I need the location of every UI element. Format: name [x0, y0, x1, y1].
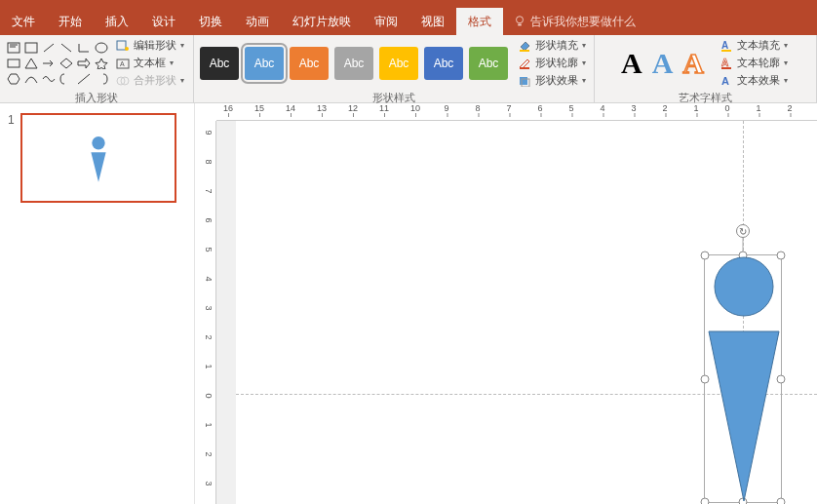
slide-thumbnail-1[interactable]	[20, 113, 176, 203]
shape-arrow-icon[interactable]	[41, 57, 57, 70]
ruler-tick-v: 2	[204, 334, 214, 339]
shape-effects-button[interactable]: 形状效果▾	[516, 72, 588, 89]
wordart-gallery[interactable]: A A A	[621, 47, 704, 80]
shape-textbox-icon[interactable]	[6, 41, 21, 55]
ruler-tick-h: 0	[724, 103, 729, 113]
ruler-tick-h: 1	[693, 103, 698, 113]
shape-triangle	[709, 331, 779, 501]
outline-pen-icon	[518, 58, 531, 69]
tab-view[interactable]: 视图	[409, 8, 456, 35]
shape-fill-button[interactable]: 形状填充▾	[516, 37, 588, 54]
shape-connector-icon[interactable]	[76, 41, 92, 55]
wordart-style-3[interactable]: A	[682, 47, 704, 80]
svg-rect-5	[117, 41, 126, 50]
shape-bracket-icon[interactable]	[58, 72, 74, 86]
shape-rect-icon[interactable]	[6, 57, 21, 70]
shape-gallery[interactable]	[6, 41, 109, 86]
shape-triangle-icon[interactable]	[23, 57, 39, 70]
tab-home[interactable]: 开始	[47, 8, 94, 35]
edit-shape-button[interactable]: 编辑形状▾	[113, 37, 187, 54]
selection-box[interactable]	[704, 254, 782, 503]
svg-point-20	[92, 136, 104, 149]
ruler-tick-h: 5	[568, 103, 573, 113]
text-box-button[interactable]: A文本框▾	[113, 55, 187, 71]
ruler-tick-h: 14	[286, 103, 295, 113]
shape-curve-icon[interactable]	[23, 72, 39, 86]
wordart-style-1[interactable]: A	[621, 47, 642, 80]
shape-line3-icon[interactable]	[76, 72, 92, 86]
shape-freeform-icon[interactable]	[41, 72, 57, 86]
shape-brace-icon[interactable]	[94, 72, 109, 86]
svg-rect-4	[8, 59, 19, 67]
text-outline-label: 文本轮廓	[737, 56, 780, 70]
shape-arrow2-icon[interactable]	[76, 57, 92, 70]
shape-line-icon[interactable]	[41, 41, 57, 55]
rotation-handle[interactable]	[736, 224, 750, 238]
ribbon-tabs: 文件 开始 插入 设计 切换 动画 幻灯片放映 审阅 视图 格式 告诉我你想要做…	[0, 8, 817, 35]
shape-outline-button[interactable]: 形状轮廓▾	[516, 55, 588, 71]
tab-format[interactable]: 格式	[456, 8, 503, 35]
text-fill-icon: A	[720, 40, 733, 52]
slide-thumbnail-pane[interactable]: 1	[0, 103, 195, 504]
ruler-tick-v: 6	[204, 217, 214, 222]
fill-bucket-icon	[518, 40, 531, 52]
wordart-style-2[interactable]: A	[652, 47, 674, 80]
tab-review[interactable]: 审阅	[363, 8, 409, 35]
slide-canvas[interactable]	[236, 121, 817, 504]
chevron-down-icon: ▾	[170, 58, 174, 67]
shape-line2-icon[interactable]	[58, 41, 74, 55]
chevron-down-icon: ▾	[784, 58, 788, 67]
chevron-down-icon: ▾	[180, 76, 184, 85]
text-fill-button[interactable]: A文本填充▾	[718, 37, 790, 54]
shape-circle	[715, 257, 773, 316]
ruler-tick-h: 6	[537, 103, 542, 113]
text-fill-label: 文本填充	[737, 38, 780, 53]
group-wordart-styles: A A A A文本填充▾ A文本轮廓▾ A文本效果▾ 艺术字样式	[595, 35, 817, 102]
text-box-label: 文本框	[134, 56, 166, 70]
shape-style-swatch-4[interactable]: Abc	[379, 47, 418, 80]
shape-style-swatch-5[interactable]: Abc	[424, 47, 463, 80]
canvas-area: 16151413121110987654321012 9876543210123…	[195, 103, 817, 504]
shape-style-swatch-1[interactable]: Abc	[245, 47, 284, 80]
ruler-tick-h: 7	[506, 103, 511, 113]
shape-oval-icon[interactable]	[94, 41, 109, 55]
chevron-down-icon: ▾	[784, 41, 788, 50]
shape-style-swatch-2[interactable]: Abc	[290, 47, 329, 80]
tab-slideshow[interactable]: 幻灯片放映	[281, 8, 363, 35]
svg-rect-18	[721, 67, 731, 69]
shape-hex-icon[interactable]	[6, 72, 21, 86]
svg-text:A: A	[120, 60, 125, 67]
ruler-tick-h: 16	[223, 103, 233, 113]
text-effects-button[interactable]: A文本效果▾	[718, 72, 790, 89]
shape-diamond-icon[interactable]	[58, 57, 74, 70]
tell-me-search[interactable]: 告诉我你想要做什么	[503, 8, 645, 35]
effects-icon	[518, 75, 531, 87]
svg-point-0	[517, 17, 524, 23]
ruler-tick-v: 5	[204, 247, 214, 252]
selected-shapes[interactable]	[705, 255, 783, 504]
ruler-tick-h: 2	[787, 103, 792, 113]
vertical-ruler: 98765432101234	[195, 121, 216, 504]
tab-insert[interactable]: 插入	[94, 8, 140, 35]
shape-star-icon[interactable]	[94, 57, 109, 70]
shape-textbox2-icon[interactable]	[23, 41, 39, 55]
shape-style-swatch-6[interactable]: Abc	[469, 47, 508, 80]
tab-file[interactable]: 文件	[0, 8, 47, 35]
title-bar	[0, 0, 817, 8]
text-effects-icon: A	[720, 75, 733, 87]
ruler-tick-v: 8	[204, 159, 214, 164]
group-insert-shapes: 编辑形状▾ A文本框▾ 合并形状▾ 插入形状	[0, 35, 194, 102]
tab-animations[interactable]: 动画	[234, 8, 281, 35]
shape-style-swatch-3[interactable]: Abc	[334, 47, 373, 80]
svg-text:A: A	[721, 75, 729, 87]
tab-transitions[interactable]: 切换	[187, 8, 234, 35]
text-outline-button[interactable]: A文本轮廓▾	[718, 55, 790, 71]
shape-fill-label: 形状填充	[535, 38, 578, 53]
ruler-tick-h: 15	[254, 103, 264, 113]
svg-text:A: A	[721, 40, 728, 51]
shape-style-gallery[interactable]: AbcAbcAbcAbcAbcAbcAbc	[200, 47, 508, 80]
shape-style-swatch-0[interactable]: Abc	[200, 47, 239, 80]
workspace: 1 16151413121110987654321012 98765432101…	[0, 103, 817, 504]
tab-design[interactable]: 设计	[140, 8, 187, 35]
svg-rect-12	[520, 67, 529, 69]
